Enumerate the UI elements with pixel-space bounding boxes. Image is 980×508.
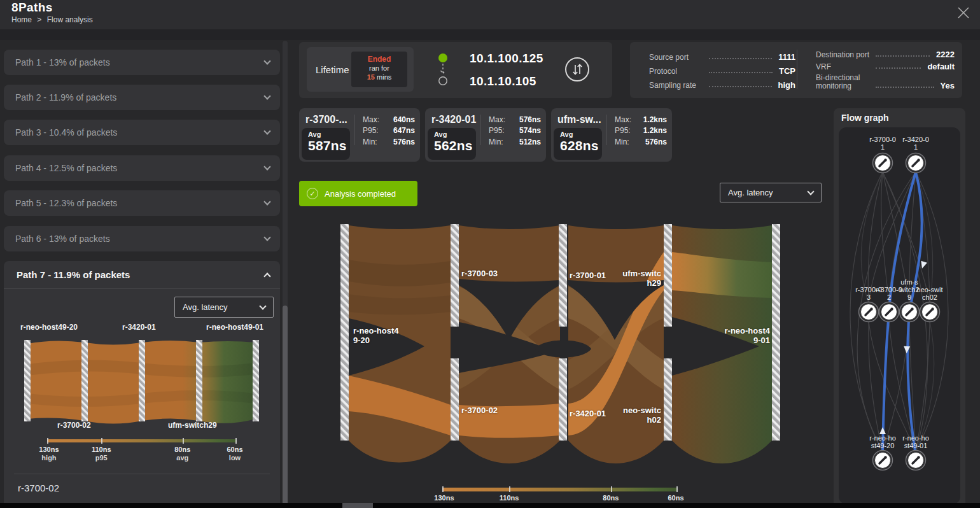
- lifetime-status: Ended: [351, 55, 407, 64]
- analysis-status-banner[interactable]: ✓ Analysis completed: [299, 181, 417, 206]
- param-row: Source port1111: [649, 52, 795, 62]
- path7-node-item[interactable]: r-3700-02: [18, 483, 59, 493]
- avg-latency-box: Avg 628ns: [554, 128, 602, 160]
- mini-sankey-node-bar: [24, 340, 31, 421]
- mini-sankey-chart: [19, 337, 262, 432]
- path-label: Path 1 - 13% of packets: [15, 57, 110, 67]
- latency-card: ufm-sw... Max:1.2kns P95:1.2kns Min:576n…: [551, 108, 672, 162]
- chevron-down-icon: [263, 92, 270, 99]
- sankey-node-bar: [451, 358, 459, 441]
- legend-item: 60ns: [668, 494, 683, 502]
- stat-row: Min:576ns: [363, 137, 415, 148]
- flow-node-label: r-neo-host49-01: [902, 435, 930, 450]
- sankey-node-bar: [451, 224, 459, 327]
- main-latency-legend: 130ns 110ns 80ns 60ns: [442, 488, 678, 491]
- breadcrumb-home[interactable]: Home: [11, 15, 32, 24]
- stat-row: Max:576ns: [489, 115, 541, 125]
- header-bar: 8Paths Home > Flow analysis: [0, 0, 980, 29]
- stat-row: Max:640ns: [363, 115, 415, 125]
- path7-latency-legend: 130nshigh 110nsp95 80nsavg 60nslow: [47, 439, 237, 442]
- path-label: Path 2 - 11.9% of packets: [15, 92, 116, 102]
- breadcrumb-current: Flow analysis: [47, 15, 93, 24]
- divider: [480, 115, 480, 145]
- lifetime-ran-for: ran for: [351, 64, 407, 73]
- chevron-down-icon: [263, 198, 270, 205]
- mini-sankey-node-bar: [253, 340, 259, 421]
- avg-latency-box: Avg 587ns: [302, 128, 350, 160]
- flow-node-label: r-neo-host49-20: [869, 435, 897, 450]
- divider: [606, 115, 606, 145]
- sidebar-item-path-7[interactable]: Path 7 - 11.9% of packets: [4, 261, 280, 289]
- path-label: Path 4 - 12.5% of packets: [15, 163, 117, 173]
- flow-node-label: r-3700-01: [869, 136, 897, 152]
- path-label: Path 3 - 10.4% of packets: [15, 127, 117, 138]
- param-row: ProtocolTCP: [649, 66, 795, 76]
- sidebar-item-path-1[interactable]: Path 1 - 13% of packets: [4, 50, 280, 75]
- legend-item: 110nsp95: [92, 446, 111, 462]
- sidebar-item-path-4[interactable]: Path 4 - 12.5% of packets: [4, 155, 280, 181]
- breadcrumb: Home > Flow analysis: [11, 15, 96, 24]
- stat-row: P95:1.2kns: [615, 125, 667, 136]
- sidebar-item-path-3[interactable]: Path 3 - 10.4% of packets: [4, 120, 280, 145]
- legend-item: 80ns: [603, 494, 619, 502]
- dropdown-value: Avg. latency: [728, 188, 773, 197]
- swap-direction-button[interactable]: [565, 57, 589, 81]
- node-name: r-3420-01: [431, 114, 476, 125]
- path-7-panel: Path 7 - 11.9% of packets Avg. latency r…: [4, 261, 280, 508]
- node-name: ufm-sw...: [557, 114, 601, 125]
- param-row: Sampling ratehigh: [649, 80, 795, 90]
- sankey-node-bar: [664, 358, 672, 441]
- flow-graph-panel: Flow graph: [834, 108, 965, 508]
- path7-metric-dropdown[interactable]: Avg. latency: [174, 297, 274, 318]
- mini-sankey-dest-label: r-neo-host49-01: [205, 323, 263, 332]
- sankey-node-label: ufm-switch29: [622, 269, 661, 288]
- legend-item: 130nshigh: [39, 446, 59, 462]
- lifetime-label: Lifetime: [316, 64, 349, 75]
- breadcrumb-separator: >: [37, 15, 41, 24]
- chevron-down-icon: [263, 163, 270, 170]
- sidebar-scrollbar[interactable]: [283, 41, 288, 508]
- main-metric-dropdown[interactable]: Avg. latency: [720, 183, 822, 202]
- scrollbar-thumb[interactable]: [342, 503, 373, 508]
- chevron-down-icon: [263, 57, 270, 64]
- mini-sankey-node-bar: [139, 340, 145, 421]
- param-row: Bi-directional monitoringYes: [816, 74, 955, 90]
- sidebar-item-path-5[interactable]: Path 5 - 12.3% of packets: [4, 190, 280, 216]
- legend-item: 60nslow: [227, 446, 242, 462]
- sankey-node-label: r-3700-03: [461, 269, 498, 279]
- sidebar-item-path-2[interactable]: Path 2 - 11.9% of packets: [4, 85, 280, 110]
- stat-row: P95:574ns: [489, 125, 541, 136]
- legend-gradient-bar: [442, 488, 678, 491]
- mini-sankey-node-bar: [81, 340, 88, 421]
- flow-node-label: r-3420-01: [902, 136, 930, 152]
- page-title: 8Paths: [11, 1, 53, 15]
- latency-card: r-3700-... Max:640ns P95:647ns Min:576ns…: [299, 108, 420, 162]
- chevron-down-icon: [259, 302, 266, 309]
- avg-latency-box: Avg 562ns: [428, 128, 476, 160]
- sankey-node-label: neo-switch02: [620, 406, 661, 425]
- close-icon[interactable]: [953, 3, 974, 23]
- sankey-node-bar: [664, 224, 672, 327]
- horizontal-scrollbar[interactable]: [0, 503, 980, 508]
- divider: [797, 50, 797, 89]
- node-name: r-3700-...: [305, 114, 347, 125]
- stat-row: Max:1.2kns: [615, 115, 667, 125]
- sankey-node-bar: [340, 224, 349, 441]
- divider: [14, 474, 270, 474]
- banner-text: Analysis completed: [325, 189, 396, 199]
- sidebar-item-path-6[interactable]: Path 6 - 13% of packets: [4, 226, 280, 251]
- sankey-node-bar: [559, 224, 567, 327]
- chevron-down-icon: [807, 188, 814, 195]
- mini-sankey-bottom-label: r-3700-02: [57, 421, 91, 430]
- mini-sankey-bottom-label: ufm-switch29: [168, 421, 217, 430]
- sankey-destination-label: r-neo-host49-01: [723, 327, 770, 346]
- check-circle-icon: ✓: [307, 188, 318, 199]
- destination-ip: 10.1.10.105: [470, 74, 536, 88]
- sankey-node-label: r-3700-01: [570, 271, 606, 281]
- chevron-up-icon: [263, 272, 270, 279]
- lifetime-status-box: Ended ran for 15 mins: [351, 52, 407, 87]
- path-label: Path 6 - 13% of packets: [15, 234, 110, 244]
- scrollbar-thumb[interactable]: [283, 306, 288, 508]
- header-divider: [0, 29, 980, 40]
- sankey-node-bar: [559, 358, 567, 441]
